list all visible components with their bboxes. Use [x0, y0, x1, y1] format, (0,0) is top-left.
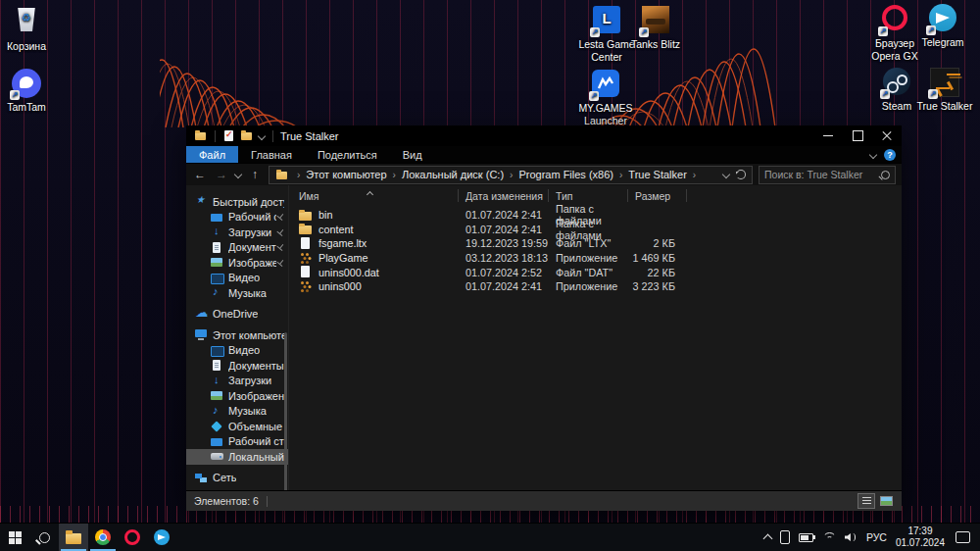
desktop-icon-telegram[interactable]: ↗ Telegram — [910, 3, 975, 49]
sidebar-item-this-pc[interactable]: Этот компьютер — [186, 327, 288, 343]
explorer-icon — [66, 530, 82, 544]
taskbar-chrome-button[interactable] — [88, 524, 118, 551]
desktop-icon-tanks-blitz[interactable]: ↗ Tanks Blitz — [623, 5, 688, 51]
sidebar-item-pc-videos[interactable]: Видео — [186, 343, 288, 359]
desktop-icon-tamtam[interactable]: ↗ TamTam — [0, 69, 59, 114]
desktop-icon — [211, 435, 223, 448]
customize-toolbar-icon[interactable] — [258, 131, 266, 139]
minimize-icon — [823, 135, 833, 136]
tray-date: 01.07.2024 — [896, 537, 945, 550]
address-bar[interactable]: › Этот компьютер › Локальный диск (C:) ›… — [269, 166, 753, 184]
sidebar-item-onedrive[interactable]: OneDrive — [186, 307, 288, 323]
search-icon — [39, 532, 50, 543]
desktop-icon — [211, 211, 223, 224]
desktop-icon-recycle-bin[interactable]: Корзина — [0, 5, 59, 53]
battery-icon[interactable] — [799, 533, 813, 542]
help-button[interactable]: ? — [884, 149, 896, 161]
minimize-button[interactable] — [813, 125, 843, 146]
breadcrumb-this-pc[interactable]: Этот компьютер — [306, 169, 386, 180]
column-header-type[interactable]: Тип — [549, 189, 628, 202]
tab-share[interactable]: Поделиться — [305, 146, 390, 163]
close-button[interactable] — [872, 125, 902, 146]
breadcrumb-disk-c[interactable]: Локальный диск (C:) — [402, 169, 504, 180]
desktop-icon-mygames[interactable]: ↗ MY.GAMES Launcher — [573, 69, 638, 127]
sidebar-item-network[interactable]: Сеть — [186, 471, 288, 486]
file-size: 3 223 КБ — [628, 280, 687, 292]
taskbar-explorer-button[interactable] — [59, 524, 88, 551]
file-date: 01.07.2024 2:52 — [459, 267, 549, 278]
breadcrumb-program-files[interactable]: Program Files (x86) — [518, 169, 613, 180]
desktop-icon-true-stalker[interactable]: ↗ True Stalker — [912, 67, 977, 113]
search-placeholder: Поиск в: True Stalker — [764, 169, 881, 180]
details-view-button[interactable] — [858, 494, 874, 508]
sidebar-item-3d-objects[interactable]: Объемные объекты — [186, 419, 288, 434]
sidebar-item-local-disk-c[interactable]: Локальный диск (C:) — [186, 449, 288, 465]
sidebar-item-pc-pictures[interactable]: Изображения — [186, 388, 288, 404]
file-date: 01.07.2024 2:41 — [459, 209, 549, 221]
new-folder-quick-icon[interactable] — [240, 129, 254, 142]
window-title: True Stalker — [280, 130, 339, 142]
sidebar-item-music[interactable]: Музыка — [186, 285, 288, 301]
taskbar-telegram-button[interactable] — [147, 524, 176, 551]
sidebar-item-pc-music[interactable]: Музыка — [186, 404, 288, 420]
explorer-window: True Stalker Файл Главная Поделиться Вид… — [186, 125, 902, 508]
sidebar-item-downloads[interactable]: Загрузки — [186, 225, 288, 240]
language-indicator[interactable]: РУС — [866, 531, 887, 543]
tab-home[interactable]: Главная — [238, 146, 305, 163]
sidebar-item-pc-documents[interactable]: Документы — [186, 358, 288, 374]
thumbnails-view-button[interactable] — [878, 494, 894, 508]
start-button[interactable] — [0, 524, 29, 551]
ribbon-collapse-icon[interactable] — [869, 150, 877, 158]
windows-logo-icon — [9, 531, 22, 544]
taskbar-search-button[interactable] — [29, 524, 59, 551]
refresh-icon[interactable] — [736, 170, 746, 179]
back-button[interactable]: ← — [192, 168, 208, 181]
properties-quick-icon[interactable] — [222, 129, 236, 142]
sidebar-item-pc-desktop[interactable]: Рабочий стол — [186, 434, 288, 450]
search-box[interactable]: Поиск в: True Stalker — [759, 166, 896, 184]
column-header-size[interactable]: Размер — [628, 189, 687, 202]
desktop-icon-label: Telegram — [910, 36, 975, 49]
sidebar-item-pc-downloads[interactable]: Загрузки — [186, 374, 288, 389]
clock[interactable]: 17:39 01.07.2024 — [896, 526, 945, 550]
file-row-content[interactable]: content 01.07.2024 2:41 Папка с файлами — [289, 223, 902, 237]
sidebar-item-quick-access[interactable]: Быстрый доступ — [186, 194, 288, 210]
sidebar-item-documents[interactable]: Документы — [186, 240, 288, 256]
recent-locations-icon[interactable] — [234, 171, 242, 178]
title-bar[interactable]: True Stalker — [186, 125, 902, 146]
forward-button[interactable]: → — [214, 168, 229, 181]
folder-icon — [299, 223, 313, 235]
maximize-button[interactable] — [843, 125, 872, 146]
sidebar-item-desktop[interactable]: Рабочий стол — [186, 210, 288, 225]
file-row-unins000[interactable]: unins000 01.07.2024 2:41 Приложение 3 22… — [289, 279, 902, 294]
breadcrumb-true-stalker[interactable]: True Stalker — [628, 169, 687, 180]
taskbar-opera-button[interactable] — [118, 524, 147, 551]
file-type: Приложение — [549, 252, 628, 264]
sidebar-scrollbar[interactable] — [284, 332, 287, 490]
address-dropdown-icon[interactable] — [722, 171, 730, 178]
sidebar-item-videos[interactable]: Видео — [186, 271, 288, 286]
tab-file[interactable]: Файл — [186, 146, 238, 163]
notification-center-icon[interactable] — [956, 531, 970, 543]
phone-tray-icon[interactable] — [780, 530, 790, 544]
tray-expand-icon[interactable] — [762, 534, 772, 544]
system-tray: РУС 17:39 01.07.2024 — [764, 524, 980, 551]
ribbon-tabs: Файл Главная Поделиться Вид ? — [186, 146, 902, 164]
maximize-icon — [853, 130, 863, 141]
file-row-unins000-dat[interactable]: unins000.dat 01.07.2024 2:52 Файл "DAT" … — [289, 265, 902, 279]
file-size: 1 469 КБ — [628, 252, 687, 264]
volume-icon[interactable] — [845, 532, 858, 542]
recycle-bin-icon — [17, 8, 36, 31]
column-header-name[interactable]: Имя — [289, 189, 459, 202]
file-row-playgame[interactable]: PlayGame 03.12.2023 18:13 Приложение 1 4… — [289, 251, 902, 266]
up-button[interactable]: ↑ — [247, 168, 263, 181]
wifi-icon[interactable] — [822, 532, 836, 543]
file-name: fsgame.ltx — [318, 237, 367, 249]
tray-time: 17:39 — [896, 526, 945, 538]
file-icon — [299, 266, 313, 278]
column-header-date[interactable]: Дата изменения — [459, 189, 549, 202]
document-icon — [211, 359, 223, 372]
sidebar-item-pictures[interactable]: Изображения — [186, 255, 288, 271]
file-row-fsgame[interactable]: fsgame.ltx 19.12.2023 19:59 Файл "LTX" 2… — [289, 236, 902, 251]
tab-view[interactable]: Вид — [390, 146, 435, 163]
